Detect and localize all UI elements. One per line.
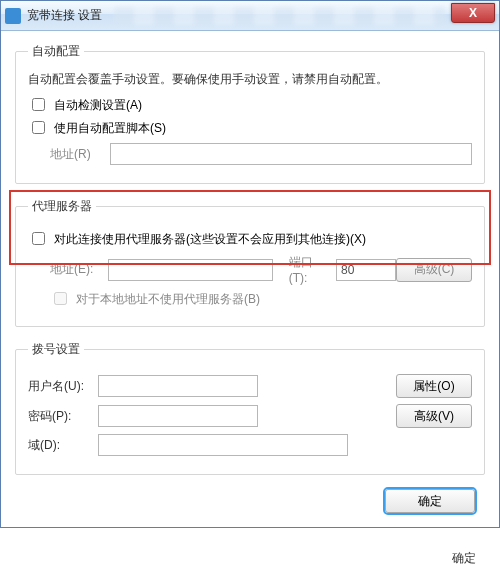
close-icon: X — [469, 6, 477, 20]
proxy-addr-label: 地址(E): — [50, 261, 108, 278]
dial-props-button[interactable]: 属性(O) — [396, 374, 472, 398]
ok-button[interactable]: 确定 — [385, 489, 475, 513]
auto-script-checkbox-row: 使用自动配置脚本(S) — [28, 120, 472, 137]
outside-ok-label: 确定 — [452, 550, 476, 567]
dial-domain-input[interactable] — [98, 434, 348, 456]
titlebar: 宽带连接 设置 X — [1, 1, 499, 31]
group-proxy: 代理服务器 对此连接使用代理服务器(这些设置不会应用到其他连接)(X) 地址(E… — [15, 198, 485, 327]
dial-pwd-input[interactable] — [98, 405, 258, 427]
app-icon — [5, 8, 21, 24]
auto-script-addr-label: 地址(R) — [50, 146, 110, 163]
proxy-bypass-label: 对于本地地址不使用代理服务器(B) — [76, 291, 260, 308]
window-title: 宽带连接 设置 — [27, 7, 102, 24]
auto-config-desc: 自动配置会覆盖手动设置。要确保使用手动设置，请禁用自动配置。 — [28, 70, 472, 89]
proxy-use-label: 对此连接使用代理服务器(这些设置不会应用到其他连接)(X) — [54, 231, 366, 248]
proxy-use-checkbox[interactable] — [32, 232, 45, 245]
dial-pwd-label: 密码(P): — [28, 408, 98, 425]
proxy-port-input[interactable] — [336, 259, 396, 281]
auto-script-label: 使用自动配置脚本(S) — [54, 120, 166, 137]
titlebar-blur — [114, 7, 445, 25]
auto-detect-checkbox[interactable] — [32, 98, 45, 111]
dial-user-input[interactable] — [98, 375, 258, 397]
group-auto-config: 自动配置 自动配置会覆盖手动设置。要确保使用手动设置，请禁用自动配置。 自动检测… — [15, 43, 485, 184]
auto-detect-checkbox-row: 自动检测设置(A) — [28, 97, 472, 114]
proxy-legend: 代理服务器 — [28, 198, 96, 215]
dial-domain-label: 域(D): — [28, 437, 98, 454]
dial-legend: 拨号设置 — [28, 341, 84, 358]
proxy-addr-input[interactable] — [108, 259, 273, 281]
dial-adv-button[interactable]: 高级(V) — [396, 404, 472, 428]
proxy-port-label: 端口(T): — [289, 254, 330, 285]
close-button[interactable]: X — [451, 3, 495, 23]
auto-config-legend: 自动配置 — [28, 43, 84, 60]
proxy-advanced-button[interactable]: 高级(C) — [396, 258, 472, 282]
auto-script-addr-input[interactable] — [110, 143, 472, 165]
group-dial: 拨号设置 用户名(U): 属性(O) 密码(P): 高级(V) 域(D): — [15, 341, 485, 475]
auto-script-checkbox[interactable] — [32, 121, 45, 134]
auto-detect-label: 自动检测设置(A) — [54, 97, 142, 114]
proxy-use-checkbox-row: 对此连接使用代理服务器(这些设置不会应用到其他连接)(X) — [28, 231, 472, 248]
proxy-bypass-checkbox[interactable] — [54, 292, 67, 305]
proxy-bypass-checkbox-row: 对于本地地址不使用代理服务器(B) — [28, 291, 472, 308]
dial-user-label: 用户名(U): — [28, 378, 98, 395]
